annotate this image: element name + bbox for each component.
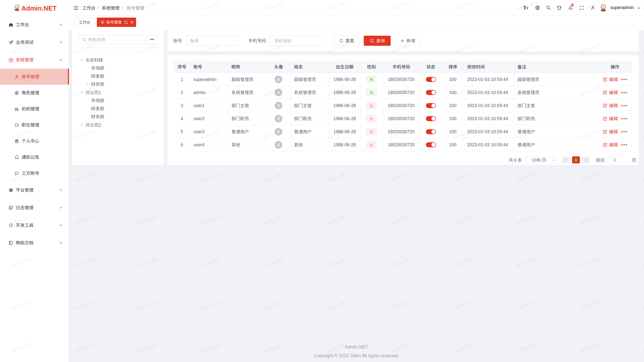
svg-text:T: T bbox=[526, 6, 529, 10]
